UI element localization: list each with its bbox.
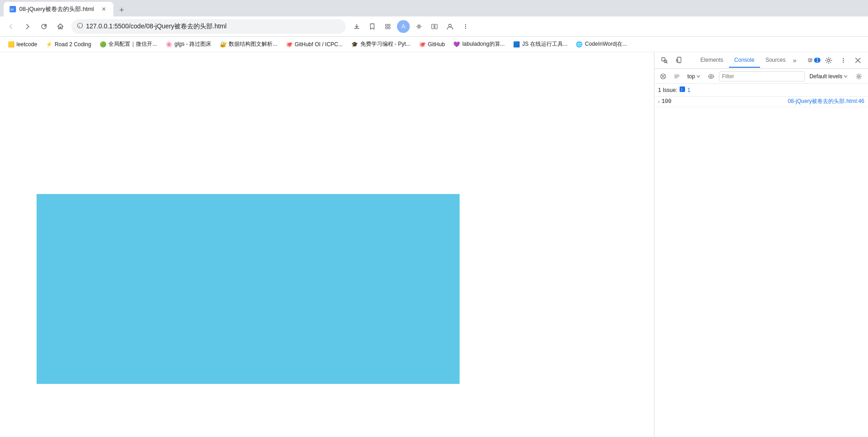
devtools-tab-area: Elements Console Sources »: [695, 53, 798, 68]
active-tab[interactable]: H 08-jQuery被卷去的头部.html ✕: [4, 2, 113, 16]
devtools-close-button[interactable]: [852, 54, 864, 67]
log-levels-selector[interactable]: Default levels: [807, 72, 851, 81]
devtools-more-button[interactable]: [837, 54, 850, 67]
levels-label: Default levels: [809, 73, 842, 80]
svg-rect-9: [432, 24, 434, 29]
bookmark-labuladong[interactable]: 💜 labuladong的算...: [450, 38, 509, 50]
svg-point-2: [78, 23, 83, 28]
bookmark-label-data-struct: 数据结构图文解析...: [229, 40, 277, 48]
svg-point-12: [465, 24, 466, 25]
address-bar[interactable]: i 127.0.0.1:5500/code/08-jQuery被卷去的头部.ht…: [71, 19, 346, 34]
bookmark-label-free-learn: 免费学习编程 - Pyt...: [360, 40, 411, 48]
new-tab-button[interactable]: +: [115, 4, 128, 16]
bookmark-favicon-github: 🐙: [419, 41, 426, 48]
devtools-header: Elements Console Sources » 1: [654, 52, 868, 69]
devtools-inspect-button[interactable]: [658, 54, 671, 67]
bookmark-road2coding[interactable]: ⚡ Road 2 Coding: [42, 39, 95, 50]
svg-point-18: [679, 61, 680, 62]
bookmark-github[interactable]: 🐙 GitHub: [415, 39, 449, 50]
svg-point-21: [828, 59, 830, 61]
nav-right-icons: A: [349, 19, 473, 34]
extensions-button[interactable]: [380, 19, 395, 34]
svg-point-13: [465, 26, 466, 27]
svg-point-22: [843, 58, 844, 59]
svg-text:!: !: [681, 87, 683, 92]
blue-box: [37, 194, 460, 384]
bookmarks-bar: 🟨 leetcode ⚡ Road 2 Coding 🟢 全局配置｜微信开...…: [0, 37, 868, 52]
bookmark-js-tool[interactable]: 🟦 JS 在线运行工具...: [509, 38, 571, 50]
bookmark-favicon-wechat: 🟢: [99, 41, 107, 48]
profile-button[interactable]: A: [396, 19, 411, 34]
bookmark-label-leetcode: leetcode: [16, 41, 37, 48]
issue-icon: !: [679, 86, 686, 94]
console-source-0[interactable]: 08-jQuery被卷去的头部.html:46: [788, 97, 864, 105]
browser-frame: H 08-jQuery被卷去的头部.html ✕ + i 127.0.0.1:5…: [0, 0, 868, 437]
menu-button[interactable]: [458, 19, 473, 34]
address-text: 127.0.0.1:5500/code/08-jQuery被卷去的头部.html: [86, 22, 340, 31]
split-button[interactable]: [427, 19, 442, 34]
devtools-more-tabs[interactable]: »: [791, 55, 798, 66]
main-area: Elements Console Sources » 1: [0, 52, 868, 437]
download-button[interactable]: [349, 19, 364, 34]
bookmark-leetcode[interactable]: 🟨 leetcode: [4, 39, 41, 50]
issues-label: 1 Issue:: [658, 87, 677, 93]
svg-rect-20: [809, 59, 812, 61]
context-label: top: [687, 73, 695, 80]
tab-elements[interactable]: Elements: [695, 53, 729, 68]
bookmark-glgs[interactable]: 🌸 glgs - 路过图床: [161, 38, 215, 50]
bookmark-data-struct[interactable]: 🔐 数据结构图文解析...: [216, 38, 281, 50]
devtools-settings-button[interactable]: [822, 54, 835, 67]
bookmark-favicon-glgs: 🌸: [165, 41, 172, 48]
svg-point-8: [418, 26, 420, 27]
bookmark-label-wechat: 全局配置｜微信开...: [108, 40, 157, 48]
tab-close-button[interactable]: ✕: [100, 5, 108, 13]
svg-point-27: [858, 76, 860, 77]
preserve-log-button[interactable]: [671, 70, 683, 82]
filter-input[interactable]: [719, 71, 805, 81]
tab-console[interactable]: Console: [729, 53, 760, 68]
tab-favicon: H: [9, 5, 16, 13]
navigation-bar: i 127.0.0.1:5500/code/08-jQuery被卷去的头部.ht…: [0, 16, 868, 37]
bookmark-wechat[interactable]: 🟢 全局配置｜微信开...: [96, 38, 161, 50]
clear-console-button[interactable]: [657, 70, 669, 82]
bookmark-favicon-free-learn: 🎓: [351, 41, 359, 48]
svg-point-23: [843, 59, 844, 60]
svg-text:H: H: [11, 7, 14, 12]
expand-icon-0[interactable]: ›: [658, 97, 660, 104]
back-button[interactable]: [4, 19, 18, 34]
bookmark-codeinword[interactable]: 🌐 CodeInWord|在...: [572, 38, 631, 50]
console-output[interactable]: › 100 08-jQuery被卷去的头部.html:46: [654, 97, 868, 437]
svg-point-14: [465, 27, 466, 28]
forward-button[interactable]: [20, 19, 35, 34]
bookmark-button[interactable]: [365, 19, 380, 34]
svg-rect-5: [388, 24, 390, 26]
svg-rect-4: [386, 24, 387, 26]
tab-title: 08-jQuery被卷去的头部.html: [19, 5, 97, 13]
eye-button[interactable]: [705, 70, 717, 82]
devtools-feedback-button[interactable]: 1: [808, 54, 820, 67]
svg-text:i: i: [79, 24, 80, 28]
devtools-device-button[interactable]: [673, 54, 686, 67]
bookmark-label-labuladong: labuladong的算...: [462, 40, 505, 48]
bookmark-label-codeinword: CodeInWord|在...: [585, 40, 627, 48]
context-selector[interactable]: top: [685, 72, 703, 81]
tab-sources[interactable]: Sources: [760, 53, 791, 68]
profile-avatar: A: [397, 20, 410, 33]
bookmark-label-js-tool: JS 在线运行工具...: [522, 40, 568, 48]
issues-count-badge: 1: [687, 87, 691, 93]
extensions2-button[interactable]: [412, 19, 426, 34]
refresh-button[interactable]: [37, 19, 51, 34]
bookmark-label-glgs: glgs - 路过图床: [174, 40, 211, 48]
feedback-badge: 1: [814, 58, 820, 63]
bookmark-free-learn[interactable]: 🎓 免费学习编程 - Pyt...: [348, 38, 414, 50]
devtools-toolbar: top Default levels: [654, 69, 868, 84]
bookmark-github-oi[interactable]: 🐙 GitHubf OI / ICPC...: [282, 39, 346, 50]
issues-bar: 1 Issue: ! 1: [654, 84, 868, 97]
bookmark-label-github-oi: GitHubf OI / ICPC...: [295, 41, 343, 48]
webpage-content[interactable]: [0, 52, 654, 437]
bookmark-label-github: GitHub: [428, 41, 445, 48]
console-settings-button[interactable]: [852, 70, 865, 83]
home-button[interactable]: [53, 19, 68, 34]
bookmark-favicon-road2coding: ⚡: [45, 41, 53, 48]
user-button[interactable]: [443, 19, 457, 34]
